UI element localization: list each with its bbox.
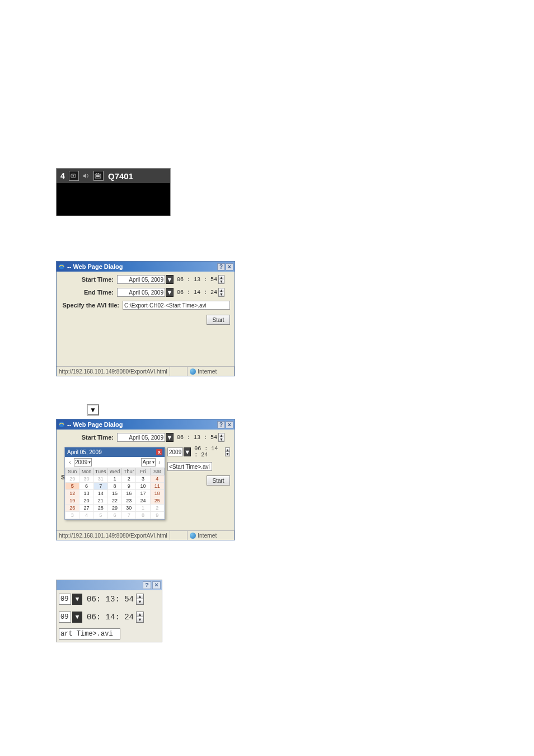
calendar-day[interactable]: 26 [65,505,79,512]
calendar-day[interactable]: 16 [122,490,136,497]
status-zone: Internet [188,531,235,540]
calendar-day[interactable]: 9 [150,512,164,519]
calendar-day[interactable]: 4 [150,475,164,483]
start-button[interactable]: Start [207,475,230,486]
spin-up-icon[interactable]: ▲ [219,288,224,292]
start-time-spinner[interactable]: ▲ ▼ [218,433,224,442]
start-date-dropdown[interactable]: ▼ [166,275,174,284]
calendar-day[interactable]: 3 [136,475,150,483]
start-date-input[interactable]: April 05, 2009 [117,275,165,284]
spin-down-icon[interactable]: ▼ [137,599,143,604]
calendar-day[interactable]: 27 [79,505,93,512]
row2-year-frag[interactable]: 09 [59,612,71,623]
spin-up-icon[interactable]: ▲ [219,433,224,437]
calendar-day[interactable]: 10 [136,483,150,490]
calendar-day[interactable]: 28 [93,505,107,512]
audio-icon[interactable] [81,171,91,181]
calendar-day[interactable]: 4 [79,512,93,519]
row1-spinner[interactable]: ▲ ▼ [136,594,144,605]
calendar-day[interactable]: 19 [65,497,79,505]
spin-down-icon[interactable]: ▼ [219,292,224,296]
spin-down-icon[interactable]: ▼ [219,279,224,283]
calendar-day[interactable]: 11 [150,483,164,490]
end-date-dropdown[interactable]: ▼ [166,288,174,297]
calendar-day[interactable]: 17 [136,490,150,497]
help-button[interactable]: ? [217,421,225,428]
row1-dropdown[interactable]: ▼ [72,594,82,605]
calendar-day[interactable]: 6 [79,483,93,490]
start-time-spinner[interactable]: ▲ ▼ [218,275,224,284]
row2-dropdown[interactable]: ▼ [72,612,82,623]
end-time-text[interactable]: 06 : 14 : 24 [177,290,217,296]
row1-time[interactable]: 06: 13: 54 [87,595,134,604]
help-button[interactable]: ? [217,263,225,270]
row2-time[interactable]: 06: 14: 24 [87,613,134,622]
calendar-day[interactable]: 7 [122,512,136,519]
calendar-day[interactable]: 21 [93,497,107,505]
next-month-button[interactable]: › [157,459,162,465]
calendar-day[interactable]: 15 [107,490,121,497]
file-fragment[interactable]: art Time>.avi [59,628,120,640]
calendar-day[interactable]: 30 [122,505,136,512]
calendar-day[interactable]: 8 [136,512,150,519]
calendar-day[interactable]: 25 [150,497,164,505]
close-button[interactable]: × [226,263,233,270]
avi-file-input[interactable]: C:\Export-CH02-<Start Time>.avi [123,301,230,310]
end-time-spinner[interactable]: ▲ ▼ [218,288,224,297]
spin-up-icon[interactable]: ▲ [219,276,224,279]
calendar-day[interactable]: 24 [136,497,150,505]
calendar-day[interactable]: 13 [79,490,93,497]
dropdown-button-standalone[interactable]: ▼ [87,404,99,416]
calendar-day[interactable]: 7 [93,483,107,490]
start-button[interactable]: Start [207,315,230,325]
row2-spinner[interactable]: ▲ ▼ [136,612,144,623]
calendar-day[interactable]: 5 [93,512,107,519]
calendar-day[interactable]: 29 [65,475,79,483]
calendar-day[interactable]: 30 [79,475,93,483]
avi-file-input-partial[interactable]: <Start Time>.avi [167,462,212,471]
calendar-day[interactable]: 29 [107,505,121,512]
calendar-day[interactable]: 5 [65,483,79,490]
calendar-day[interactable]: 2 [150,505,164,512]
spin-up-icon[interactable]: ▲ [137,594,143,599]
month-select[interactable]: Apr▾ [141,458,156,466]
year-select[interactable]: 2009▾ [74,458,92,466]
start-time-text[interactable]: 06 : 13 : 54 [177,435,217,441]
spin-down-icon[interactable]: ▼ [226,452,229,456]
calendar-day[interactable]: 2 [122,475,136,483]
end-time-text[interactable]: 06 : 14 : 24 [194,446,224,458]
end-date-input[interactable]: April 05, 2009 [117,288,165,297]
start-date-dropdown[interactable]: ▼ [166,433,174,442]
calendar-day[interactable]: 31 [93,475,107,483]
spin-down-icon[interactable]: ▼ [219,437,224,441]
close-button[interactable]: × [226,421,233,428]
calendar-day[interactable]: 1 [107,475,121,483]
calendar-day[interactable]: 1 [136,505,150,512]
spin-up-icon[interactable]: ▲ [226,448,229,452]
record-icon[interactable] [69,171,79,181]
spin-up-icon[interactable]: ▲ [137,612,143,617]
start-date-input[interactable]: April 05, 2009 [117,433,165,442]
row1-year-frag[interactable]: 09 [59,594,71,605]
status-mid [170,531,188,540]
calendar-day[interactable]: 23 [122,497,136,505]
camera-icon[interactable] [93,171,104,181]
calendar-day[interactable]: 6 [107,512,121,519]
help-button[interactable]: ? [143,581,151,589]
close-button[interactable]: × [152,581,161,589]
calendar-close-button[interactable]: x [156,449,162,455]
end-time-spinner[interactable]: ▲ ▼ [225,447,230,456]
start-time-text[interactable]: 06 : 13 : 54 [177,277,217,283]
calendar-day[interactable]: 3 [65,512,79,519]
calendar-day[interactable]: 18 [150,490,164,497]
calendar-day[interactable]: 8 [107,483,121,490]
calendar-day[interactable]: 12 [65,490,79,497]
calendar-day[interactable]: 9 [122,483,136,490]
calendar-day[interactable]: 14 [93,490,107,497]
end-year-input[interactable]: 2009 [167,447,183,456]
calendar-day[interactable]: 20 [79,497,93,505]
calendar-day[interactable]: 22 [107,497,121,505]
spin-down-icon[interactable]: ▼ [137,617,143,622]
prev-year-button[interactable]: ‹ [67,459,73,465]
end-date-dropdown[interactable]: ▼ [184,447,191,456]
